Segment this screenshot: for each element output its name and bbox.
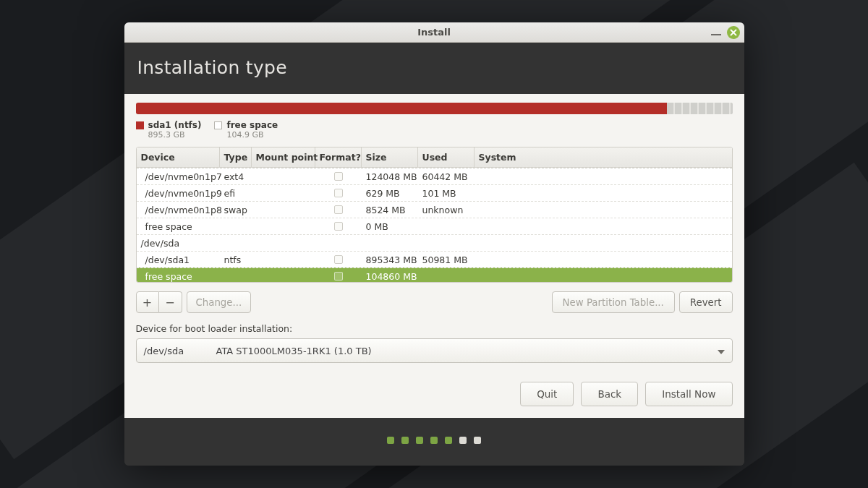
col-type[interactable]: Type: [220, 147, 252, 167]
cell-system: [475, 268, 732, 282]
progress-dot: [416, 437, 423, 444]
format-checkbox[interactable]: [334, 172, 343, 181]
remove-partition-button[interactable]: −: [159, 291, 182, 313]
legend-size: 104.9 GB: [226, 130, 278, 140]
cell-mount: [252, 218, 315, 234]
partition-table-body: /dev/nvme0n1p7ext4124048 MB60442 MB/dev/…: [137, 168, 732, 282]
cell-type: ext4: [220, 168, 252, 184]
cell-format: [315, 235, 362, 251]
col-size[interactable]: Size: [362, 147, 418, 167]
cell-type: swap: [220, 202, 252, 218]
window-title: Install: [417, 27, 451, 38]
partition-table-header: Device Type Mount point Format? Size Use…: [137, 147, 732, 168]
main-panel: sda1 (ntfs)895.3 GBfree space104.9 GB De…: [124, 94, 744, 418]
progress-dot: [401, 437, 409, 444]
cell-type: [220, 235, 252, 251]
table-row[interactable]: /dev/nvme0n1p7ext4124048 MB60442 MB: [137, 168, 732, 184]
format-checkbox[interactable]: [334, 222, 343, 231]
legend-name: sda1 (ntfs): [148, 120, 202, 130]
legend-item: sda1 (ntfs)895.3 GB: [136, 120, 202, 140]
cell-device: /dev/nvme0n1p7: [137, 168, 220, 184]
chevron-down-icon: [718, 346, 725, 356]
cell-used: 101 MB: [418, 185, 475, 201]
cell-system: [475, 202, 732, 218]
cell-size: 124048 MB: [362, 168, 418, 184]
format-checkbox[interactable]: [334, 189, 343, 197]
titlebar: Install: [124, 22, 744, 43]
cell-size: 0 MB: [362, 218, 418, 234]
usage-free-segment: [667, 103, 733, 114]
new-partition-table-button[interactable]: New Partition Table...: [552, 291, 675, 313]
cell-device: /dev/sda: [137, 235, 220, 251]
cell-size: 8524 MB: [362, 202, 418, 218]
table-row[interactable]: /dev/nvme0n1p9efi629 MB101 MB: [137, 184, 732, 201]
cell-size: [362, 235, 418, 251]
col-device[interactable]: Device: [137, 147, 220, 167]
cell-system: [475, 168, 732, 184]
progress-dot: [459, 437, 467, 444]
cell-device: free space: [137, 218, 220, 234]
legend-size: 895.3 GB: [148, 130, 202, 140]
add-partition-button[interactable]: +: [136, 291, 159, 313]
bootloader-description: ATA ST1000LM035-1RK1 (1.0 TB): [216, 346, 372, 356]
cell-system: [475, 185, 732, 201]
cell-type: efi: [220, 185, 252, 201]
col-mount[interactable]: Mount point: [252, 147, 315, 167]
partition-table[interactable]: Device Type Mount point Format? Size Use…: [136, 147, 733, 283]
back-button[interactable]: Back: [581, 382, 638, 406]
cell-mount: [252, 202, 315, 218]
col-format[interactable]: Format?: [315, 147, 362, 167]
cell-system: [475, 235, 732, 251]
legend-item: free space104.9 GB: [214, 120, 278, 140]
cell-format: [315, 218, 362, 234]
cell-type: ntfs: [220, 252, 252, 267]
cell-used: [418, 268, 475, 282]
close-icon: [730, 29, 737, 36]
disk-usage-bar: [136, 103, 733, 114]
table-row[interactable]: free space104860 MB: [137, 267, 732, 282]
format-checkbox[interactable]: [334, 205, 343, 214]
cell-mount: [252, 235, 315, 251]
cell-mount: [252, 168, 315, 184]
cell-used: unknown: [418, 202, 475, 218]
cell-type: [220, 218, 252, 234]
legend-swatch: [214, 121, 222, 129]
table-row[interactable]: /dev/nvme0n1p8swap8524 MBunknown: [137, 201, 732, 218]
cell-mount: [252, 268, 315, 282]
cell-mount: [252, 252, 315, 267]
legend-swatch: [136, 121, 144, 129]
change-partition-button[interactable]: Change...: [187, 291, 252, 313]
revert-button[interactable]: Revert: [679, 291, 733, 313]
cell-format: [315, 268, 362, 282]
cell-format: [315, 185, 362, 201]
table-row[interactable]: /dev/sda1ntfs895343 MB50981 MB: [137, 251, 732, 267]
cell-format: [315, 252, 362, 267]
close-button[interactable]: [727, 26, 740, 39]
cell-used: [418, 218, 475, 234]
usage-used-segment: [136, 103, 667, 114]
legend-name: free space: [226, 120, 278, 130]
format-checkbox[interactable]: [334, 272, 343, 281]
cell-used: 60442 MB: [418, 168, 475, 184]
col-used[interactable]: Used: [418, 147, 475, 167]
cell-type: [220, 268, 252, 282]
table-row[interactable]: /dev/sda: [137, 234, 732, 251]
bootloader-device-select[interactable]: /dev/sda ATA ST1000LM035-1RK1 (1.0 TB): [136, 338, 733, 363]
table-row[interactable]: free space0 MB: [137, 218, 732, 234]
bootloader-label: Device for boot loader installation:: [136, 323, 733, 334]
cell-used: [418, 235, 475, 251]
cell-mount: [252, 185, 315, 201]
cell-system: [475, 252, 732, 267]
format-checkbox[interactable]: [334, 255, 343, 264]
cell-used: 50981 MB: [418, 252, 475, 267]
quit-button[interactable]: Quit: [520, 382, 574, 406]
cell-device: /dev/nvme0n1p9: [137, 185, 220, 201]
progress-dots: [124, 418, 744, 466]
progress-dot: [474, 437, 481, 444]
minimize-button[interactable]: [711, 34, 721, 35]
bootloader-device: /dev/sda: [144, 346, 216, 356]
progress-dot: [387, 437, 394, 444]
col-system[interactable]: System: [475, 147, 732, 167]
cell-format: [315, 168, 362, 184]
install-now-button[interactable]: Install Now: [645, 382, 732, 406]
